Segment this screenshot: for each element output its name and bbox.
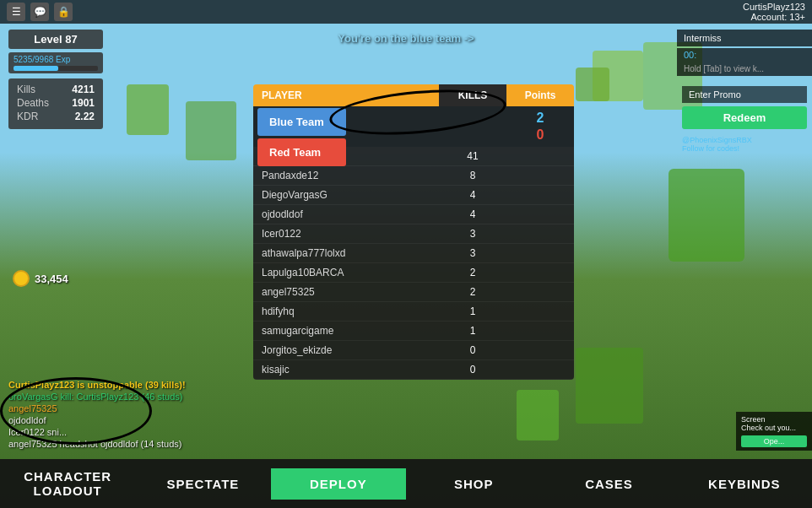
chat-message-3: angel75325 (8, 403, 312, 413)
player-name: DiegoVargasG (253, 186, 439, 204)
nav-item-keybinds[interactable]: KEYBINDS (677, 468, 812, 500)
top-bar-icons: ☰ 💬 🔒 (7, 3, 73, 21)
player-points (506, 244, 574, 262)
red-score: 0 (515, 127, 566, 143)
level-badge: Level 87 (8, 30, 103, 49)
header-points: Points (506, 84, 574, 106)
header-kills: KILLS (439, 84, 506, 106)
nav-item-shop[interactable]: SHOP (406, 468, 541, 500)
table-row: Jorgitos_ekizde 0 (253, 341, 574, 360)
player-points (506, 302, 574, 321)
player-kills: 2 (439, 263, 506, 282)
player-points (506, 283, 574, 301)
screen-helper-title: Screen (741, 415, 807, 424)
player-kills: 3 (439, 244, 506, 262)
chat-log: CurtisPlayz123 is unstoppable (39 kills)… (8, 380, 312, 451)
player-name: hdifyhq (253, 302, 439, 321)
open-button[interactable]: Ope... (741, 435, 807, 447)
player-name: Icer0122 (253, 224, 439, 243)
table-row: Pandaxde12 8 (253, 166, 574, 186)
deaths-row: Deaths 1901 (17, 97, 95, 109)
chat-message-2: oroVargasG kill: CurtisPlayz123 (46 stud… (8, 392, 312, 402)
chat-message-4: ojdodldof (8, 415, 312, 425)
red-team-button[interactable]: Red Team (257, 138, 346, 166)
nav-item-deploy[interactable]: DEPLOY (271, 468, 406, 500)
deaths-value: 1901 (72, 97, 95, 109)
player-name: samugarcigame (253, 322, 439, 340)
kdr-row: KDR 2.22 (17, 111, 95, 122)
player-points (506, 186, 574, 204)
promo-section: Enter Promo Redeem @PhoenixSignsRBXFollo… (677, 81, 812, 159)
bottom-nav: CHARACTER LOADOUTSPECTATEDEPLOYSHOPCASES… (0, 459, 812, 508)
player-points (506, 224, 574, 243)
blue-team-button[interactable]: Blue Team (257, 108, 346, 136)
screen-helper-desc: Check out you... (741, 424, 807, 432)
player-points (506, 322, 574, 340)
kdr-label: KDR (17, 111, 38, 122)
exp-bar (14, 66, 98, 71)
header-player: PLAYER (253, 84, 439, 106)
player-kills: 0 (439, 341, 506, 359)
player-points (506, 263, 574, 282)
screen-helper: Screen Check out you... Ope... (736, 412, 812, 451)
table-row: DiegoVargasG 4 (253, 186, 574, 205)
deaths-label: Deaths (17, 97, 49, 109)
tree-decoration (576, 348, 643, 424)
account-info: Account: 13+ (743, 12, 805, 22)
chat-icon[interactable]: 💬 (30, 3, 49, 21)
nav-item-cases[interactable]: CASES (541, 468, 676, 500)
table-row: kisajic 0 (253, 360, 574, 380)
player-points (506, 360, 574, 379)
stats-panel: Kills 4211 Deaths 1901 KDR 2.22 (8, 78, 103, 129)
hamburger-icon[interactable]: ☰ (7, 3, 25, 21)
table-row: ojdodldof 4 (253, 205, 574, 224)
chat-message-6: angel75325 headshot ojdodldof (14 studs) (8, 439, 312, 449)
player-name: ojdodldof (253, 205, 439, 224)
table-row: hdifyhq 1 (253, 302, 574, 322)
player-points (506, 205, 574, 224)
team-notice: You're on the blue team -> (338, 32, 474, 45)
table-row: athawalpa777lolxd 3 (253, 244, 574, 263)
scoreboard-header: PLAYER KILLS Points (253, 84, 574, 106)
player-kills: 4 (439, 186, 506, 204)
player-kills: 3 (439, 224, 506, 243)
promo-credit: @PhoenixSignsRBXFollow for codes! (682, 134, 807, 154)
player-name: Pandaxde12 (253, 166, 439, 185)
top-bar: ☰ 💬 🔒 CurtisPlayz123 Account: 13+ (0, 0, 812, 24)
lock-icon[interactable]: 🔒 (54, 3, 73, 21)
intermission-label: Intermiss (677, 30, 812, 46)
blue-score: 2 (515, 111, 566, 126)
kills-row: Kills 4211 (17, 84, 95, 95)
player-name: angel75325 (253, 283, 439, 301)
timer-display: 00: (677, 48, 812, 62)
player-name: Jorgitos_ekizde (253, 341, 439, 359)
player-points (506, 341, 574, 359)
team-buttons: Blue Team Red Team (257, 108, 346, 168)
gold-coin-icon (13, 270, 30, 287)
player-kills: 41 (439, 147, 506, 165)
table-row: samugarcigame 1 (253, 322, 574, 341)
nav-item-spectate[interactable]: SPECTATE (135, 468, 270, 500)
player-kills: 1 (439, 322, 506, 340)
player-name: kisajic (253, 360, 439, 379)
right-panel: Intermiss 00: Hold [Tab] to view k... En… (677, 30, 812, 159)
player-kills: 2 (439, 283, 506, 301)
gold-display: 33,454 (13, 270, 68, 287)
tree-decoration (576, 68, 609, 101)
player-points (506, 166, 574, 185)
exp-fill (14, 66, 58, 71)
username-display: CurtisPlayz123 (743, 2, 805, 12)
user-info: CurtisPlayz123 Account: 13+ (743, 2, 805, 22)
player-kills: 8 (439, 166, 506, 185)
tree-decoration (669, 169, 744, 262)
player-name: athawalpa777lolxd (253, 244, 439, 262)
table-row: Icer0122 3 (253, 224, 574, 244)
chat-message-5: Icer0122 sni... (8, 427, 312, 437)
kills-value: 4211 (72, 84, 95, 95)
nav-item-character-loadout[interactable]: CHARACTER LOADOUT (0, 461, 135, 506)
player-table: CurtisPlayz123 41 Pandaxde12 8 DiegoVarg… (253, 147, 574, 380)
enter-promo-label: Enter Promo (682, 86, 807, 103)
player-kills: 1 (439, 302, 506, 321)
kdr-value: 2.22 (75, 111, 95, 122)
redeem-button[interactable]: Redeem (682, 106, 807, 129)
